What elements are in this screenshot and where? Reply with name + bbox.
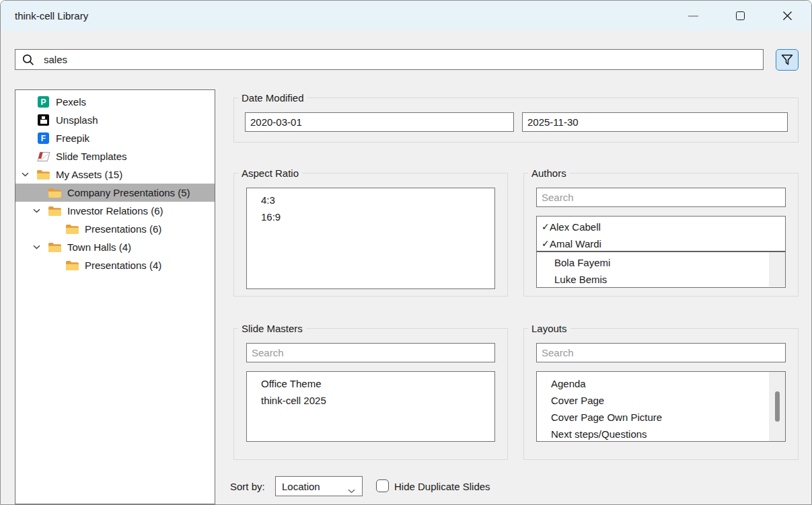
author-item[interactable]: Luke Bemis (537, 271, 785, 288)
author-item[interactable]: ✓ Amal Wardi (537, 235, 785, 252)
layouts-legend: Layouts (528, 323, 570, 334)
close-button[interactable] (773, 1, 801, 31)
sort-by-label: Sort by: (230, 481, 265, 492)
authors-legend: Authors (528, 167, 570, 179)
sidebar-item-my-assets[interactable]: My Assets (15) (15, 165, 215, 184)
layouts-scrollbar-thumb[interactable] (775, 391, 780, 422)
sidebar-item-label: My Assets (15) (56, 169, 122, 180)
hide-duplicate-slides-checkbox[interactable] (376, 479, 389, 492)
layouts-scrollbar[interactable] (769, 372, 785, 441)
layout-item[interactable]: Next steps/Questions (537, 426, 785, 442)
sidebar-item-town-halls[interactable]: Town Halls (4) (15, 238, 215, 256)
sidebar-item-company-presentations[interactable]: Company Presentations (5) (15, 184, 215, 202)
hide-duplicate-slides-label: Hide Duplicate Slides (394, 481, 490, 492)
sidebar-item-investor-relations[interactable]: Investor Relations (6) (15, 202, 215, 220)
slide-masters-legend: Slide Masters (238, 323, 306, 334)
sidebar-item-label: Presentations (6) (85, 223, 161, 235)
date-to-input[interactable] (522, 112, 788, 132)
slide-templates-icon (36, 151, 50, 163)
maximize-icon (736, 11, 745, 20)
sidebar-item-label: Investor Relations (6) (67, 205, 163, 217)
pexels-icon: P (36, 96, 50, 108)
library-tree: P Pexels Unsplash F Freepik Slide Templa… (15, 89, 215, 504)
sidebar-item-pexels[interactable]: P Pexels (15, 93, 215, 111)
layouts-group: Layouts Agenda Cover Page Cover Page Own… (523, 323, 799, 460)
authors-group: Authors ✓ Alex Cabell ✓ Amal Wardi Bola … (523, 167, 799, 297)
date-from-input[interactable] (245, 112, 514, 132)
close-icon (782, 11, 792, 21)
date-modified-legend: Date Modified (238, 92, 307, 104)
folder-icon (36, 169, 50, 181)
authors-search-input[interactable] (536, 188, 786, 207)
folder-icon (48, 205, 62, 217)
layout-item[interactable]: Agenda (537, 375, 785, 392)
window-title: think-cell Library (15, 1, 88, 31)
maximize-button[interactable] (726, 1, 754, 31)
layout-item[interactable]: Cover Page Own Picture (537, 409, 785, 426)
sidebar-item-label: Town Halls (4) (67, 241, 131, 253)
sort-by-value: Location (282, 481, 320, 492)
aspect-ratio-group: Aspect Ratio 4:3 16:9 (233, 167, 508, 297)
sidebar-item-label: Unsplash (56, 114, 98, 126)
check-icon: ✓ (537, 219, 550, 235)
author-item[interactable]: ✓ Alex Cabell (537, 219, 785, 235)
aspect-ratio-item[interactable]: 4:3 (247, 192, 494, 208)
aspect-ratio-legend: Aspect Ratio (238, 167, 302, 179)
filter-funnel-icon (780, 53, 794, 67)
sidebar-item-label: Slide Templates (56, 151, 127, 162)
filter-button[interactable] (776, 49, 799, 71)
authors-list: ✓ Alex Cabell ✓ Amal Wardi Bola Fayemi L… (536, 216, 786, 288)
sidebar-item-label: Presentations (4) (85, 260, 161, 271)
library-search-box (15, 49, 764, 70)
chevron-down-icon (348, 484, 355, 496)
aspect-ratio-item[interactable]: 16:9 (247, 208, 494, 225)
sidebar-item-freepik[interactable]: F Freepik (15, 129, 215, 147)
authors-scrollbar[interactable] (769, 252, 785, 286)
layout-item[interactable]: Cover Page (537, 392, 785, 409)
date-modified-group: Date Modified (233, 92, 799, 143)
sidebar-item-label: Company Presentations (5) (67, 187, 190, 198)
folder-icon (48, 187, 62, 199)
check-icon: ✓ (537, 235, 550, 252)
expander-chevron-icon[interactable] (20, 170, 30, 180)
layouts-search-input[interactable] (536, 343, 786, 362)
sidebar-item-label: Freepik (56, 132, 89, 144)
folder-icon (65, 223, 79, 235)
sidebar-item-presentations-4[interactable]: Presentations (4) (15, 256, 215, 274)
minimize-icon (688, 15, 698, 17)
think-cell-library-window: think-cell Library P Pexels Unsplash (0, 0, 812, 505)
slide-masters-list: Office Theme think-cell 2025 (246, 371, 495, 442)
title-bar: think-cell Library (1, 1, 811, 31)
sidebar-item-label: Pexels (56, 96, 86, 108)
minimize-button[interactable] (679, 1, 707, 31)
unsplash-icon (36, 114, 50, 126)
slide-masters-search-input[interactable] (246, 343, 495, 362)
expander-chevron-icon[interactable] (32, 206, 41, 216)
folder-icon (65, 260, 79, 272)
aspect-ratio-list: 4:3 16:9 (246, 188, 495, 289)
search-icon (22, 53, 35, 67)
folder-icon (48, 241, 62, 254)
sidebar-item-presentations-6[interactable]: Presentations (6) (15, 220, 215, 238)
sort-by-dropdown[interactable]: Location (275, 476, 363, 496)
slide-master-item[interactable]: think-cell 2025 (247, 392, 494, 409)
layouts-list: Agenda Cover Page Cover Page Own Picture… (536, 371, 786, 442)
search-input[interactable] (42, 53, 763, 66)
sidebar-item-unsplash[interactable]: Unsplash (15, 111, 215, 129)
slide-master-item[interactable]: Office Theme (247, 375, 494, 392)
slide-masters-group: Slide Masters Office Theme think-cell 20… (233, 323, 508, 460)
expander-chevron-icon[interactable] (32, 243, 41, 252)
sidebar-item-slide-templates[interactable]: Slide Templates (15, 147, 215, 165)
freepik-icon: F (36, 132, 50, 145)
author-item[interactable]: Bola Fayemi (537, 254, 785, 271)
